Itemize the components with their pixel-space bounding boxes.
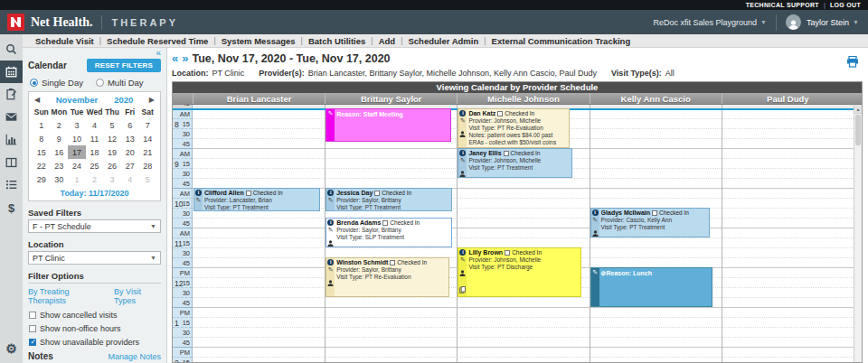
- checkbox-show-cancelled-visits[interactable]: Show cancelled visits: [29, 311, 161, 320]
- mini-cal-day[interactable]: 20: [121, 145, 139, 159]
- appointment-janey-ellis[interactable]: i✎Janey EllisChecked InProvider: Johnson…: [458, 148, 572, 178]
- mini-cal-day[interactable]: 24: [68, 159, 86, 172]
- filter-link-by-treating-therapists[interactable]: By Treating Therapists: [28, 287, 103, 305]
- checked-in-checkbox[interactable]: [390, 260, 395, 265]
- menu-item-schedule-reserved-time[interactable]: Schedule Reserved Time: [101, 36, 213, 46]
- mini-cal-day-selected[interactable]: 17: [68, 145, 86, 159]
- appointment-jessica-day[interactable]: i✎Jessica DayChecked InProvider: Saylor,…: [326, 188, 452, 211]
- mini-cal-day[interactable]: 13: [121, 132, 139, 145]
- mini-cal-day[interactable]: 28: [138, 159, 156, 172]
- mini-cal-day[interactable]: 29: [33, 172, 51, 186]
- sidebar-item-dollar[interactable]: $: [0, 196, 23, 219]
- menu-item-external-communication-tracking[interactable]: External Communication Tracking: [486, 36, 637, 46]
- mini-cal-day[interactable]: 19: [103, 145, 121, 159]
- sidebar-item-search[interactable]: [0, 38, 23, 60]
- checked-in-checkbox[interactable]: [382, 220, 388, 226]
- mini-cal-month[interactable]: November: [56, 95, 98, 105]
- menu-item-system-messages[interactable]: System Messages: [216, 36, 301, 46]
- next-day-icon[interactable]: »: [182, 54, 188, 63]
- mini-cal-day[interactable]: 2: [51, 118, 69, 132]
- mini-cal-day[interactable]: 7: [138, 118, 156, 132]
- checkbox-show-non-office-hours[interactable]: Show non-office hours: [29, 324, 161, 333]
- mini-cal-day[interactable]: 26: [103, 159, 121, 172]
- log-out-link[interactable]: LOG OUT: [830, 2, 861, 8]
- appointment-clifford-allen[interactable]: i✎Clifford AllenChecked InProvider: Lanc…: [193, 188, 320, 211]
- mini-cal-day-next-month[interactable]: 2: [86, 172, 104, 186]
- next-month-icon[interactable]: ▶: [149, 96, 155, 104]
- manage-notes-link[interactable]: Manage Notes: [108, 352, 161, 361]
- sidebar-item-bar-chart[interactable]: [0, 128, 23, 151]
- edit-pencil-icon: ✎: [592, 217, 598, 223]
- mini-cal-day[interactable]: 18: [86, 145, 104, 159]
- sidebar-item-clipboard-edit[interactable]: [0, 83, 23, 106]
- menu-item-schedule-visit[interactable]: Schedule Visit: [30, 36, 99, 46]
- mini-cal-day[interactable]: 27: [121, 159, 139, 172]
- sidebar-item-list[interactable]: [0, 173, 23, 196]
- checked-in-checkbox[interactable]: [652, 210, 657, 216]
- reset-filters-button[interactable]: RESET FILTERS: [87, 59, 161, 72]
- sidebar-item-calendar[interactable]: [0, 60, 23, 83]
- location-select[interactable]: PT Clinic▼: [28, 251, 161, 265]
- mini-cal-day[interactable]: 10: [68, 132, 86, 145]
- mini-cal-day-next-month[interactable]: 5: [138, 172, 156, 186]
- mini-cal-day-next-month[interactable]: 3: [103, 172, 121, 186]
- appointment-winston-schmidt[interactable]: i✎$Winston SchmidtChecked InProvider: Sa…: [326, 257, 449, 297]
- mini-cal-day[interactable]: 23: [51, 159, 69, 172]
- mini-cal-day-next-month[interactable]: 1: [68, 172, 86, 186]
- prev-day-icon[interactable]: «: [172, 54, 178, 63]
- appointment-dan-katz[interactable]: i✎$Dan KatzChecked InProvider: Johnson, …: [458, 108, 570, 148]
- mini-cal-day[interactable]: 9: [51, 132, 69, 145]
- mini-cal-year[interactable]: 2020: [114, 95, 133, 105]
- technical-support-link[interactable]: TECHNICAL SUPPORT: [746, 2, 819, 8]
- mini-cal-day[interactable]: 12: [103, 132, 121, 145]
- print-icon[interactable]: [846, 55, 859, 71]
- mini-cal-day[interactable]: 6: [121, 118, 139, 132]
- appointment-gladys-mcilwain[interactable]: i✎Gladys McIlwainChecked InProvider: Cas…: [590, 208, 711, 237]
- scroll-up-arrow-icon[interactable]: ▲: [854, 105, 862, 114]
- filter-link-by-visit-types[interactable]: By Visit Types: [114, 287, 161, 305]
- appointment-lilly-brown[interactable]: i✎$Lilly BrownChecked InProvider: Johnso…: [458, 247, 581, 297]
- mini-cal-day[interactable]: 21: [138, 145, 156, 159]
- org-selector[interactable]: ReDoc xfit Sales Playground: [654, 18, 758, 27]
- multi-day-radio[interactable]: Multi Day: [96, 78, 144, 88]
- appointment-reason-staff-meeting[interactable]: ✎Reason: Staff Meeting: [326, 108, 450, 142]
- checked-in-checkbox[interactable]: [504, 151, 509, 156]
- sidebar-item-mail[interactable]: [0, 106, 23, 128]
- mini-cal-day[interactable]: 1: [33, 118, 51, 132]
- checked-in-checkbox[interactable]: [497, 111, 503, 116]
- checked-in-checkbox[interactable]: [374, 191, 380, 196]
- scrollbar-thumb[interactable]: [855, 115, 861, 145]
- mini-cal-day[interactable]: 16: [51, 145, 69, 159]
- sidebar-item-book[interactable]: [0, 151, 23, 173]
- menu-item-batch-utilities[interactable]: Batch Utilities: [303, 36, 371, 46]
- appointment-reason-lunch[interactable]: ✎⊘Reason: Lunch: [590, 267, 712, 307]
- menu-item-add[interactable]: Add: [373, 36, 401, 46]
- checked-in-checkbox[interactable]: [246, 191, 251, 196]
- user-avatar[interactable]: [786, 14, 801, 30]
- mini-cal-day[interactable]: 5: [103, 118, 121, 132]
- prev-month-icon[interactable]: ◀: [34, 96, 40, 104]
- mini-cal-day[interactable]: 4: [86, 118, 104, 132]
- gutter-quarter-line: [173, 257, 192, 258]
- mini-cal-day[interactable]: 11: [86, 132, 104, 145]
- menu-item-scheduler-admin[interactable]: Scheduler Admin: [402, 36, 484, 46]
- collapse-panel-icon[interactable]: «: [156, 48, 161, 58]
- sidebar-item-settings[interactable]: ⚙: [0, 337, 23, 359]
- checked-in-checkbox[interactable]: [505, 250, 510, 256]
- mini-cal-day[interactable]: 15: [33, 145, 51, 159]
- vertical-scrollbar[interactable]: ▲: [854, 105, 862, 362]
- mini-cal-day[interactable]: 22: [33, 159, 51, 172]
- mini-cal-day[interactable]: 25: [86, 159, 104, 172]
- mini-cal-day[interactable]: 30: [51, 172, 69, 186]
- checkbox-show-unavailable-providers[interactable]: Show unavailable providers: [29, 338, 161, 347]
- appointment-brenda-adams[interactable]: i✎Brenda AdamsChecked InProvider: Saylor…: [326, 218, 452, 247]
- mini-cal-day-next-month[interactable]: 4: [121, 172, 139, 186]
- mini-cal-day[interactable]: 3: [68, 118, 86, 132]
- mini-cal-day[interactable]: 8: [33, 132, 51, 145]
- saved-filters-select[interactable]: F - PT Schedule▼: [28, 219, 161, 233]
- appointment-line: Visit Type: PT Treatment: [204, 204, 317, 210]
- mini-cal-day[interactable]: 14: [138, 132, 156, 145]
- single-day-radio[interactable]: Single Day: [30, 78, 83, 88]
- today-link[interactable]: Today: 11/17/2020: [33, 186, 156, 200]
- user-menu[interactable]: Taylor Stein: [807, 18, 849, 27]
